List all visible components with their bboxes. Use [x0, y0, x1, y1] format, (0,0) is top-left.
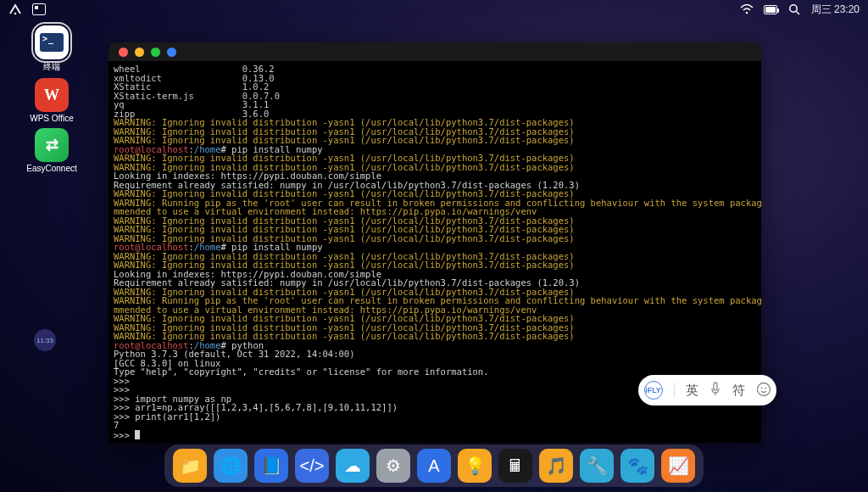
ime-lang-button[interactable]: 英: [686, 383, 698, 399]
ime-logo-icon[interactable]: iFLY: [644, 381, 663, 400]
close-icon[interactable]: [119, 48, 128, 57]
dock-settings[interactable]: ⚙: [376, 449, 410, 483]
desktop-apps: 终端 W WPS Office ⇄ EasyConnect: [29, 25, 75, 173]
easyconnect-icon: ⇄: [35, 128, 69, 162]
app-label: 终端: [43, 61, 60, 73]
ime-voice-icon[interactable]: [709, 382, 721, 400]
dock-tips[interactable]: 💡: [458, 449, 492, 483]
svg-point-8: [765, 387, 766, 389]
battery-icon[interactable]: [764, 3, 777, 16]
dock-browser[interactable]: 🌐: [214, 449, 248, 483]
svg-point-1: [745, 12, 748, 14]
ime-toolbar[interactable]: iFLY 英 符: [638, 375, 776, 405]
floating-badge[interactable]: 11:33: [34, 329, 56, 351]
svg-point-0: [14, 13, 17, 15]
dock-files[interactable]: 📁: [173, 449, 207, 483]
wifi-icon[interactable]: [740, 3, 754, 16]
dock: 📁🌐📘</>☁⚙A💡🖩🎵🔧🐾📈: [164, 444, 704, 487]
svg-point-6: [757, 383, 770, 395]
app-easyconnect[interactable]: ⇄ EasyConnect: [29, 128, 75, 173]
svg-point-7: [760, 387, 762, 389]
dock-chat[interactable]: 🐾: [620, 449, 654, 483]
dock-tools[interactable]: 🔧: [580, 449, 614, 483]
app-terminal[interactable]: 终端: [29, 25, 75, 73]
extra-titlebar-icon[interactable]: [167, 48, 176, 57]
dock-appstore[interactable]: A: [417, 449, 451, 483]
svg-rect-4: [714, 383, 717, 390]
terminal-titlebar[interactable]: [108, 42, 761, 61]
minimize-icon[interactable]: [135, 48, 144, 57]
wps-icon: W: [35, 78, 69, 112]
ime-emoji-icon[interactable]: [756, 382, 771, 400]
app-label: WPS Office: [30, 114, 74, 123]
app-label: EasyConnect: [26, 164, 76, 173]
dock-code[interactable]: </>: [295, 449, 329, 483]
dock-calculator[interactable]: 🖩: [498, 449, 532, 483]
search-icon[interactable]: [787, 3, 801, 16]
svg-line-3: [796, 12, 799, 15]
app-wps[interactable]: W WPS Office: [29, 78, 75, 123]
svg-point-2: [789, 5, 796, 12]
maximize-icon[interactable]: [151, 48, 160, 57]
menubar: 周三 23:20: [0, 0, 868, 19]
dock-music[interactable]: 🎵: [539, 449, 573, 483]
dock-monitor[interactable]: 📈: [661, 449, 695, 483]
ime-divider: [674, 383, 675, 398]
apple-menu-icon[interactable]: [8, 3, 22, 16]
ime-symbol-button[interactable]: 符: [732, 383, 745, 399]
active-window-icon[interactable]: [32, 3, 46, 16]
dock-editor[interactable]: 📘: [254, 449, 288, 483]
clock-text: 周三 23:20: [811, 3, 860, 17]
dock-cloud[interactable]: ☁: [336, 449, 370, 483]
terminal-icon: [35, 25, 69, 59]
